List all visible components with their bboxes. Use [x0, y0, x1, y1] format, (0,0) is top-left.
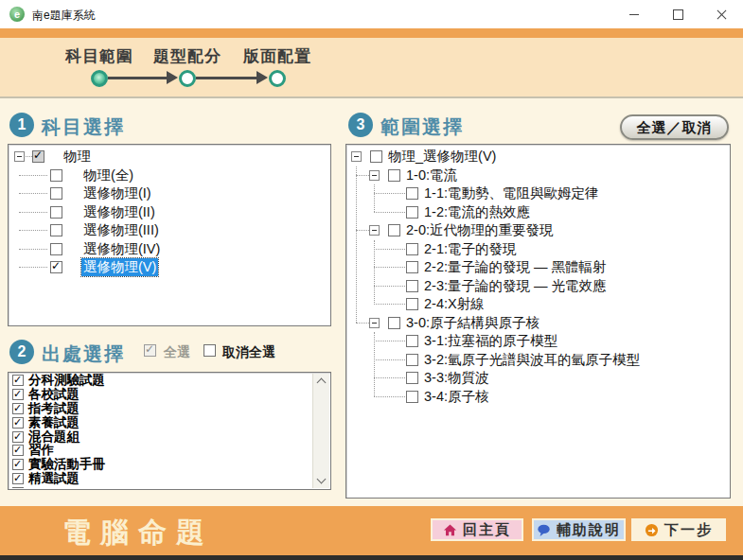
tree-row[interactable]: 選修物理(III) — [9, 221, 330, 240]
tree-row[interactable]: 2-4:X射線 — [346, 295, 730, 314]
checkbox[interactable] — [406, 335, 418, 347]
checkbox[interactable] — [406, 261, 418, 273]
deselect-all-label: 取消全選 — [222, 344, 275, 361]
tree-row[interactable]: 2-3:量子論的發現 — 光電效應 — [346, 277, 730, 296]
tree-item-label[interactable]: 1-1:電動勢、電阻與歐姆定律 — [422, 184, 601, 202]
tree-row[interactable]: 3-0:原子結構與原子核 — [346, 314, 730, 333]
tree-row[interactable]: 選修物理(IV) — [9, 240, 330, 259]
tree-guide-stub — [19, 212, 47, 213]
tree-item-label[interactable]: 3-3:物質波 — [422, 369, 491, 387]
checkbox[interactable] — [50, 187, 62, 200]
tree-item-label[interactable]: 物理(全) — [81, 166, 135, 184]
tree-item-label[interactable]: 2-4:X射線 — [422, 295, 486, 313]
checkbox[interactable] — [50, 206, 62, 219]
checkbox-mixed[interactable] — [32, 150, 44, 163]
tree-item-label[interactable]: 物理_選修物理(V) — [386, 148, 498, 166]
checkbox[interactable] — [12, 375, 24, 386]
tree-row[interactable]: 2-2:量子論的發現 — 黑體輻射 — [346, 258, 730, 277]
checkbox[interactable] — [406, 391, 418, 403]
checkbox[interactable] — [50, 243, 62, 255]
tree-row[interactable]: 1-1:電動勢、電阻與歐姆定律 — [346, 184, 730, 203]
checkbox[interactable] — [50, 169, 62, 182]
tree-expander-icon[interactable] — [369, 225, 380, 236]
tree-row[interactable]: 物理(全) — [9, 166, 330, 185]
tree-row[interactable]: 物理_選修物理(V) — [346, 148, 730, 166]
checkbox[interactable] — [50, 224, 62, 236]
checkbox[interactable] — [388, 317, 400, 329]
tree-row[interactable]: 1-0:電流 — [346, 166, 730, 185]
tree-row[interactable]: 3-1:拉塞福的原子模型 — [346, 332, 730, 351]
scroll-up-button[interactable] — [313, 374, 329, 389]
source-list-rows: 分科測驗試題各校試題指考試題素養試題混合題組習作實驗活動手冊精選試題 — [9, 374, 313, 488]
tree-item-label[interactable]: 選修物理(I) — [81, 184, 153, 202]
tree-row[interactable]: 選修物理(II) — [9, 203, 330, 222]
tree-item-label[interactable]: 2-0:近代物理的重要發現 — [404, 221, 556, 239]
checkbox[interactable] — [12, 431, 24, 443]
select-all-toggle-button[interactable]: 全選／取消 — [620, 114, 729, 140]
next-step-button[interactable]: 下一步 — [631, 518, 726, 541]
checkbox[interactable] — [406, 206, 418, 219]
checkbox[interactable] — [12, 445, 24, 456]
step-connector-line — [196, 77, 257, 79]
tree-item-label[interactable]: 2-2:量子論的發現 — 黑體輻射 — [422, 258, 609, 276]
scrollbar[interactable] — [312, 374, 329, 488]
tree-expander-icon[interactable] — [369, 318, 380, 328]
home-button[interactable]: 回主頁 — [431, 518, 523, 541]
tree-row[interactable]: 2-1:電子的發現 — [346, 240, 730, 259]
tree-row[interactable]: 1-2:電流的熱效應 — [346, 203, 730, 222]
tree-item-label[interactable]: 選修物理(IV) — [81, 240, 162, 258]
scope-panel-title: 範圍選擇 — [380, 114, 464, 140]
minimize-button[interactable] — [612, 0, 656, 28]
checkbox[interactable] — [406, 354, 418, 366]
help-button[interactable]: 輔助說明 — [532, 518, 626, 541]
tree-expander-icon[interactable] — [14, 151, 25, 162]
tree-item-label[interactable]: 2-1:電子的發現 — [422, 240, 519, 258]
maximize-button[interactable] — [656, 0, 699, 28]
tree-item-label[interactable]: 1-0:電流 — [404, 166, 459, 184]
next-arrow-icon — [645, 523, 659, 537]
tree-item-label-selected[interactable]: 選修物理(V) — [81, 258, 158, 276]
tree-row[interactable]: 選修物理(I) — [9, 184, 330, 203]
tree-item-label[interactable]: 選修物理(II) — [81, 203, 157, 221]
tree-item-label[interactable]: 3-2:氫原子光譜與波耳的氫原子模型 — [422, 351, 642, 369]
checkbox[interactable] — [12, 459, 24, 470]
tree-row[interactable]: 2-0:近代物理的重要發現 — [346, 221, 730, 240]
checkbox[interactable] — [12, 487, 24, 488]
close-button[interactable] — [699, 0, 743, 28]
checkbox[interactable] — [12, 403, 24, 414]
tree-item-label[interactable]: 3-1:拉塞福的原子模型 — [422, 332, 559, 350]
tree-item-label[interactable]: 物理 — [62, 148, 93, 166]
checkbox[interactable] — [406, 372, 418, 384]
tree-item-label[interactable]: 1-2:電流的熱效應 — [422, 203, 532, 221]
checkbox[interactable] — [406, 187, 418, 200]
list-item[interactable]: 精選試題 — [9, 472, 313, 486]
scroll-down-button[interactable] — [313, 473, 329, 488]
list-item[interactable]: 混合題組 — [9, 429, 313, 444]
checkbox[interactable] — [50, 261, 62, 273]
checkbox[interactable] — [406, 298, 418, 310]
checkbox[interactable] — [12, 417, 24, 429]
checkbox[interactable] — [12, 389, 24, 400]
tree-item-label[interactable]: 選修物理(III) — [81, 221, 161, 239]
checkbox[interactable] — [370, 150, 382, 163]
deselect-all-checkbox[interactable] — [203, 344, 216, 357]
checkbox[interactable] — [12, 473, 24, 484]
checkbox[interactable] — [406, 243, 418, 255]
checkbox[interactable] — [388, 169, 400, 182]
tree-expander-icon[interactable] — [351, 151, 362, 162]
checkbox[interactable] — [388, 224, 400, 236]
tree-expander-icon[interactable] — [369, 170, 380, 181]
tree-guide-stub — [19, 267, 47, 268]
tree-item-label[interactable]: 2-3:量子論的發現 — 光電效應 — [422, 277, 609, 295]
scope-tree: 物理_選修物理(V)1-0:電流1-1:電動勢、電阻與歐姆定律1-2:電流的熱效… — [345, 144, 731, 499]
tree-row[interactable]: 3-2:氫原子光譜與波耳的氫原子模型 — [346, 351, 730, 370]
tree-guide-stub — [356, 175, 369, 176]
tree-guide-vline — [374, 240, 375, 305]
tree-row[interactable]: 3-4:原子核 — [346, 388, 730, 407]
tree-row-root[interactable]: 物理 — [9, 148, 330, 166]
tree-row[interactable]: 選修物理(V) — [9, 258, 330, 277]
tree-item-label[interactable]: 3-0:原子結構與原子核 — [404, 314, 541, 332]
checkbox[interactable] — [406, 280, 418, 292]
tree-row[interactable]: 3-3:物質波 — [346, 369, 730, 388]
tree-item-label[interactable]: 3-4:原子核 — [422, 388, 491, 406]
